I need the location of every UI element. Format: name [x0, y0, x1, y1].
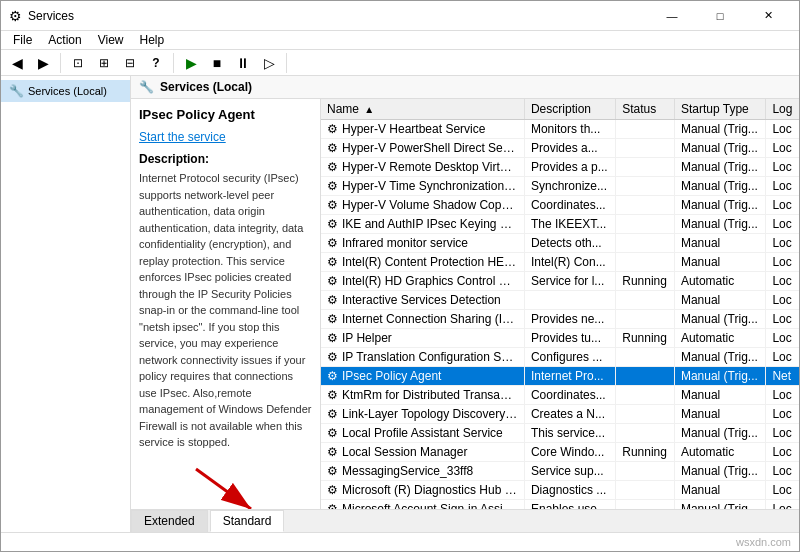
col-name[interactable]: Name ▲	[321, 99, 524, 120]
cell-desc: Provides ne...	[524, 310, 615, 329]
status-bar: wsxdn.com	[1, 532, 799, 551]
col-status[interactable]: Status	[616, 99, 675, 120]
service-row-icon: ⚙	[327, 407, 338, 421]
help-button[interactable]: ?	[144, 51, 168, 75]
table-row[interactable]: ⚙Interactive Services Detection Manual L…	[321, 291, 799, 310]
table-row[interactable]: ⚙Hyper-V Time Synchronization Ser... Syn…	[321, 177, 799, 196]
col-log[interactable]: Log	[766, 99, 799, 120]
cell-status	[616, 310, 675, 329]
cell-log: Net	[766, 367, 799, 386]
table-row[interactable]: ⚙IP Helper Provides tu... Running Automa…	[321, 329, 799, 348]
window-title: Services	[28, 9, 643, 23]
table-row[interactable]: ⚙Infrared monitor service Detects oth...…	[321, 234, 799, 253]
cell-status	[616, 120, 675, 139]
service-row-icon: ⚙	[327, 350, 338, 364]
menu-action[interactable]: Action	[40, 31, 89, 49]
maximize-button[interactable]: □	[697, 1, 743, 31]
cell-startup: Manual (Trig...	[674, 424, 765, 443]
services-table-wrap[interactable]: Name ▲ Description Status Startup Type L…	[321, 99, 799, 509]
pause-button[interactable]: ⏸	[231, 51, 255, 75]
menu-help[interactable]: Help	[132, 31, 173, 49]
cell-startup: Automatic	[674, 329, 765, 348]
cell-name: ⚙IPsec Policy Agent	[321, 367, 524, 386]
down-button[interactable]: ⊟	[118, 51, 142, 75]
table-row[interactable]: ⚙MessagingService_33ff8 Service sup... M…	[321, 462, 799, 481]
table-row[interactable]: ⚙Link-Layer Topology Discovery Ma... Cre…	[321, 405, 799, 424]
cell-desc: Internet Pro...	[524, 367, 615, 386]
cell-desc: Core Windo...	[524, 443, 615, 462]
cell-startup: Manual (Trig...	[674, 462, 765, 481]
menu-file[interactable]: File	[5, 31, 40, 49]
table-row[interactable]: ⚙Microsoft Account Sign-in Assistant Ena…	[321, 500, 799, 510]
cell-status	[616, 500, 675, 510]
close-button[interactable]: ✕	[745, 1, 791, 31]
tab-bar: Extended Standard	[131, 509, 799, 532]
table-row[interactable]: ⚙Hyper-V Volume Shadow Copy Re... Coordi…	[321, 196, 799, 215]
service-row-icon: ⚙	[327, 160, 338, 174]
start-service-link[interactable]: Start the service	[139, 130, 312, 144]
cell-log: Loc	[766, 405, 799, 424]
table-row[interactable]: ⚙Intel(R) HD Graphics Control Panel... S…	[321, 272, 799, 291]
table-row[interactable]: ⚙Hyper-V PowerShell Direct Service Provi…	[321, 139, 799, 158]
service-description: Internet Protocol security (IPsec) suppo…	[139, 170, 312, 451]
cell-startup: Manual (Trig...	[674, 500, 765, 510]
cell-startup: Manual	[674, 386, 765, 405]
menu-bar: File Action View Help	[1, 31, 799, 50]
table-row[interactable]: ⚙IKE and AuthIP IPsec Keying Modu... The…	[321, 215, 799, 234]
services-tree-icon: 🔧	[9, 84, 24, 98]
table-row[interactable]: ⚙Microsoft (R) Diagnostics Hub Sta... Di…	[321, 481, 799, 500]
watermark: wsxdn.com	[736, 536, 791, 548]
menu-view[interactable]: View	[90, 31, 132, 49]
table-row[interactable]: ⚙IPsec Policy Agent Internet Pro... Manu…	[321, 367, 799, 386]
nav-tree: 🔧 Services (Local)	[1, 76, 131, 532]
restart-button[interactable]: ▷	[257, 51, 281, 75]
cell-name: ⚙IP Helper	[321, 329, 524, 348]
cell-status	[616, 405, 675, 424]
cell-startup: Manual (Trig...	[674, 158, 765, 177]
service-row-icon: ⚙	[327, 426, 338, 440]
cell-name: ⚙Hyper-V Volume Shadow Copy Re...	[321, 196, 524, 215]
table-row[interactable]: ⚙IP Translation Configuration Service Co…	[321, 348, 799, 367]
minimize-button[interactable]: —	[649, 1, 695, 31]
table-row[interactable]: ⚙Hyper-V Remote Desktop Virtualiz... Pro…	[321, 158, 799, 177]
tab-standard[interactable]: Standard	[210, 510, 285, 532]
table-row[interactable]: ⚙KtmRm for Distributed Transaction... Co…	[321, 386, 799, 405]
cell-name: ⚙Hyper-V PowerShell Direct Service	[321, 139, 524, 158]
cell-name: ⚙MessagingService_33ff8	[321, 462, 524, 481]
show-console-button[interactable]: ⊡	[66, 51, 90, 75]
cell-desc: The IKEEXT...	[524, 215, 615, 234]
cell-desc: Coordinates...	[524, 196, 615, 215]
cell-desc: Diagnostics ...	[524, 481, 615, 500]
service-row-icon: ⚙	[327, 274, 338, 288]
back-button[interactable]: ◀	[5, 51, 29, 75]
table-row[interactable]: ⚙Local Session Manager Core Windo... Run…	[321, 443, 799, 462]
forward-button[interactable]: ▶	[31, 51, 55, 75]
service-row-icon: ⚙	[327, 236, 338, 250]
col-startup-type[interactable]: Startup Type	[674, 99, 765, 120]
table-row[interactable]: ⚙Intel(R) Content Protection HECI S... I…	[321, 253, 799, 272]
table-row[interactable]: ⚙Internet Connection Sharing (ICS) Provi…	[321, 310, 799, 329]
cell-status	[616, 196, 675, 215]
cell-name: ⚙Hyper-V Heartbeat Service	[321, 120, 524, 139]
up-button[interactable]: ⊞	[92, 51, 116, 75]
cell-status	[616, 215, 675, 234]
table-row[interactable]: ⚙Hyper-V Heartbeat Service Monitors th..…	[321, 120, 799, 139]
table-row[interactable]: ⚙Local Profile Assistant Service This se…	[321, 424, 799, 443]
service-row-icon: ⚙	[327, 141, 338, 155]
cell-name: ⚙IP Translation Configuration Service	[321, 348, 524, 367]
cell-desc: Monitors th...	[524, 120, 615, 139]
play-button[interactable]: ▶	[179, 51, 203, 75]
col-description[interactable]: Description	[524, 99, 615, 120]
tab-extended[interactable]: Extended	[131, 510, 208, 532]
cell-log: Loc	[766, 120, 799, 139]
cell-startup: Manual (Trig...	[674, 310, 765, 329]
stop-button[interactable]: ■	[205, 51, 229, 75]
cell-status	[616, 234, 675, 253]
nav-services-local[interactable]: 🔧 Services (Local)	[1, 80, 130, 102]
cell-name: ⚙Local Profile Assistant Service	[321, 424, 524, 443]
svg-line-1	[196, 469, 251, 509]
cell-log: Loc	[766, 424, 799, 443]
cell-name: ⚙Local Session Manager	[321, 443, 524, 462]
cell-name: ⚙Microsoft (R) Diagnostics Hub Sta...	[321, 481, 524, 500]
window-controls: — □ ✕	[649, 1, 791, 31]
